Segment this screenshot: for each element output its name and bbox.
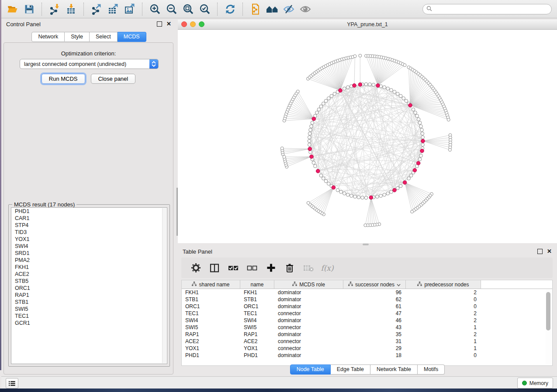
mcds-result-item[interactable]: GCR1 [11, 320, 167, 327]
column-header-MCDS-role[interactable]: MCDS role [274, 280, 343, 289]
table-row[interactable]: ACE2ACE2connector311 [182, 338, 552, 345]
cell[interactable]: 0 [406, 303, 481, 309]
open-folder-icon[interactable] [5, 2, 20, 17]
mcds-result-item[interactable]: STB1 [11, 299, 167, 306]
cell[interactable]: 29 [343, 345, 406, 351]
cell[interactable]: ACE2 [240, 338, 274, 344]
tab-select[interactable]: Select [90, 32, 118, 42]
optimization-criterion-dropdown[interactable]: largest connected component (undirected) [20, 59, 159, 69]
mcds-result-item[interactable]: STP4 [11, 222, 167, 229]
cell[interactable]: 31 [343, 338, 406, 344]
zoom-selected-icon[interactable] [197, 2, 212, 17]
add-column-icon[interactable] [265, 262, 277, 274]
tab-style[interactable]: Style [65, 32, 90, 42]
table-row[interactable]: YOX1YOX1connector291 [182, 345, 552, 352]
cell[interactable]: 18 [343, 352, 406, 358]
network-titlebar[interactable]: YPA_prune.txt_1 [178, 20, 557, 30]
zoom-in-icon[interactable] [148, 2, 163, 17]
table-row[interactable]: FKH1FKH1dominator962 [182, 289, 552, 296]
zoom-out-icon[interactable] [164, 2, 179, 17]
table-scrollbar[interactable] [546, 289, 551, 364]
mcds-result-item[interactable]: TEC1 [11, 313, 167, 320]
cell[interactable]: 46 [343, 317, 406, 323]
float-panel-icon[interactable] [157, 21, 162, 27]
cell[interactable]: dominator [274, 317, 343, 323]
column-header-predecessor-nodes[interactable]: predecessor nodes [406, 280, 481, 289]
cell[interactable]: 47 [343, 310, 406, 316]
task-history-button[interactable] [6, 378, 18, 389]
mcds-result-item[interactable]: ORC1 [11, 285, 167, 292]
mcds-result-item[interactable]: CAR1 [11, 215, 167, 222]
cell[interactable]: 62 [343, 296, 406, 303]
table-row[interactable]: TEC1TEC1connector472 [182, 310, 552, 317]
tab-network-table[interactable]: Network Table [370, 364, 418, 375]
deselect-all-icon[interactable] [246, 262, 258, 274]
hide-eye-slash-icon[interactable] [281, 2, 296, 17]
tab-edge-table[interactable]: Edge Table [331, 364, 370, 375]
cell[interactable]: ACE2 [182, 338, 240, 344]
splitter-handle[interactable] [363, 244, 369, 245]
mcds-result-item[interactable]: FKH1 [11, 264, 167, 271]
export-table-icon[interactable] [106, 2, 121, 17]
network-file-icon[interactable] [248, 2, 263, 17]
table-row[interactable]: RAP1RAP1dominator352 [182, 331, 552, 338]
cell[interactable]: dominator [274, 352, 343, 358]
cell[interactable]: 2 [406, 317, 481, 323]
cell[interactable]: TEC1 [182, 310, 240, 316]
tab-motifs[interactable]: Motifs [418, 364, 445, 375]
tab-mcds[interactable]: MCDS [118, 32, 146, 42]
import-table-icon[interactable] [64, 2, 79, 17]
mcds-result-item[interactable]: ACE2 [11, 271, 167, 278]
cell[interactable]: 0 [406, 296, 481, 303]
show-eye-icon[interactable] [298, 2, 313, 17]
cell[interactable]: RAP1 [182, 331, 240, 337]
mcds-result-item[interactable]: PHD1 [11, 208, 167, 215]
mcds-result-item[interactable]: RAP1 [11, 292, 167, 299]
cell[interactable]: connector [274, 324, 343, 330]
cell[interactable]: TEC1 [240, 310, 274, 316]
cell[interactable]: connector [274, 345, 343, 351]
column-header-name[interactable]: name [240, 280, 274, 289]
table-row[interactable]: SWI5SWI5connector431 [182, 324, 552, 331]
column-header-successor-nodes[interactable]: successor nodes [343, 280, 406, 289]
cell[interactable]: dominator [274, 303, 343, 309]
mcds-result-item[interactable]: TID3 [11, 229, 167, 236]
search-box[interactable] [422, 4, 552, 14]
layout-refresh-icon[interactable] [223, 2, 238, 17]
tab-node-table[interactable]: Node Table [290, 364, 331, 375]
cell[interactable]: ORC1 [182, 303, 240, 309]
mcds-result-item[interactable]: SWI5 [11, 306, 167, 313]
cell[interactable]: FKH1 [182, 289, 240, 296]
cell[interactable]: 1 [406, 338, 481, 344]
cell[interactable]: YOX1 [182, 345, 240, 351]
export-network-icon[interactable] [89, 2, 104, 17]
import-network-icon[interactable] [47, 2, 62, 17]
column-header-shared-name[interactable]: shared name [182, 280, 240, 289]
network-canvas[interactable] [178, 30, 557, 243]
cell[interactable]: 1 [406, 345, 481, 351]
cell[interactable]: SWI4 [182, 317, 240, 323]
cell[interactable]: 0 [406, 352, 481, 358]
cell[interactable]: SWI5 [240, 324, 274, 330]
cell[interactable]: connector [274, 310, 343, 316]
cell[interactable]: 2 [406, 331, 481, 337]
cell[interactable]: dominator [274, 289, 343, 296]
mcds-result-item[interactable]: SWI4 [11, 243, 167, 250]
gear-icon[interactable] [190, 262, 201, 274]
table-row[interactable]: SWI4SWI4dominator462 [182, 317, 552, 324]
delete-icon[interactable] [284, 262, 295, 274]
cell[interactable]: dominator [274, 331, 343, 337]
run-mcds-button[interactable]: Run MCDS [42, 74, 85, 84]
save-icon[interactable] [22, 2, 37, 17]
close-panel-button[interactable]: Close panel [91, 74, 136, 84]
cell[interactable]: STB1 [182, 296, 240, 303]
cell[interactable]: RAP1 [240, 331, 274, 337]
table-row[interactable]: ORC1ORC1dominator610 [182, 303, 552, 310]
cell[interactable]: 61 [343, 303, 406, 309]
float-panel-icon[interactable] [537, 249, 543, 254]
scrollbar-thumb[interactable] [546, 292, 550, 330]
tab-network[interactable]: Network [31, 32, 65, 42]
cell[interactable]: ORC1 [240, 303, 274, 309]
zoom-fit-icon[interactable] [181, 2, 196, 17]
cell[interactable]: PHD1 [240, 352, 274, 358]
